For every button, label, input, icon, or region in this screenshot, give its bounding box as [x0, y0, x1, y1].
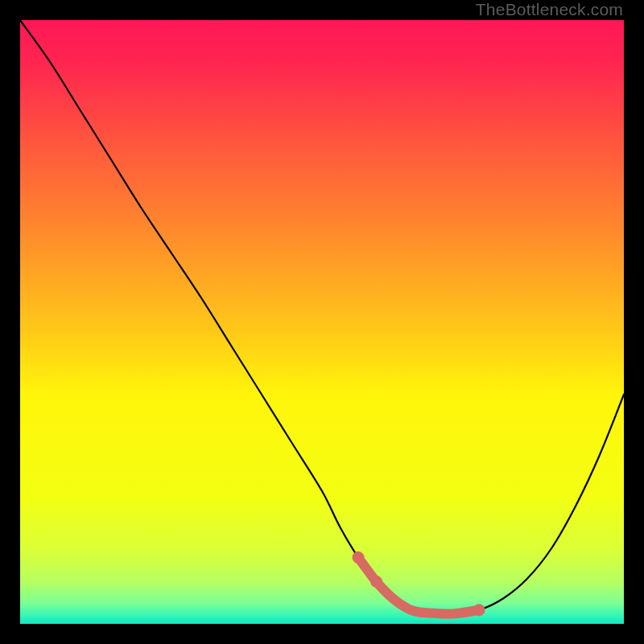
chart-svg [20, 20, 624, 624]
overlay-dot [370, 576, 382, 588]
overlay-dot [353, 551, 365, 564]
chart-stage: TheBottleneck.com [0, 0, 644, 644]
overlay-dot [473, 604, 485, 616]
gradient-background [20, 20, 624, 624]
watermark-text: TheBottleneck.com [476, 0, 623, 19]
